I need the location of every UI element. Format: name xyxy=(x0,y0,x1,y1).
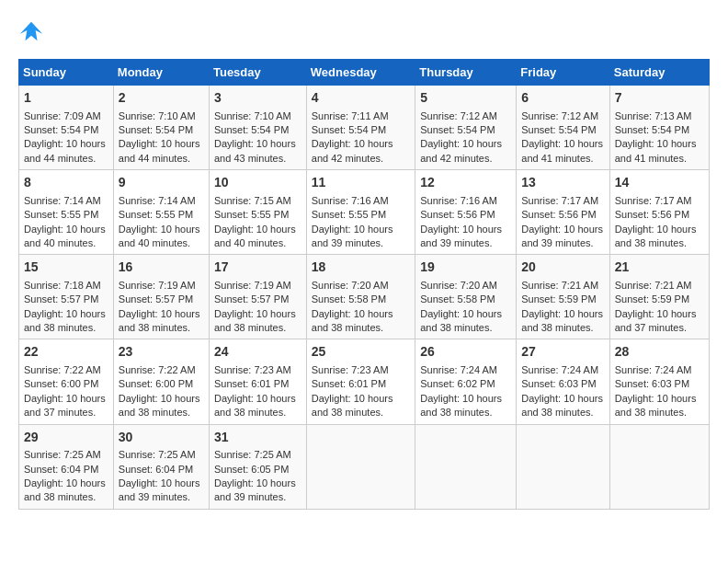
sunrise-label: Sunrise: 7:25 AM xyxy=(119,449,196,460)
sunset-label: Sunset: 5:54 PM xyxy=(615,124,689,135)
calendar-cell: 3 Sunrise: 7:10 AM Sunset: 5:54 PM Dayli… xyxy=(209,86,306,170)
sunrise-label: Sunrise: 7:18 AM xyxy=(24,280,101,291)
day-number: 24 xyxy=(214,343,301,362)
daylight-label: Daylight: 10 hours and 43 minutes. xyxy=(214,138,296,163)
col-header-wednesday: Wednesday xyxy=(306,60,415,86)
daylight-label: Daylight: 10 hours and 37 minutes. xyxy=(615,308,697,333)
day-number: 12 xyxy=(420,174,511,192)
day-number: 21 xyxy=(615,259,704,277)
sunset-label: Sunset: 5:54 PM xyxy=(521,124,596,135)
sunset-label: Sunset: 5:54 PM xyxy=(312,124,386,135)
daylight-label: Daylight: 10 hours and 38 minutes. xyxy=(214,308,296,333)
sunrise-label: Sunrise: 7:21 AM xyxy=(615,280,692,291)
sunrise-label: Sunrise: 7:10 AM xyxy=(119,110,196,121)
daylight-label: Daylight: 10 hours and 38 minutes. xyxy=(24,477,106,502)
day-number: 7 xyxy=(615,89,704,108)
daylight-label: Daylight: 10 hours and 39 minutes. xyxy=(420,224,502,248)
day-number: 23 xyxy=(119,343,204,362)
daylight-label: Daylight: 10 hours and 41 minutes. xyxy=(521,138,603,163)
sunset-label: Sunset: 6:04 PM xyxy=(119,464,193,475)
calendar-cell: 6 Sunrise: 7:12 AM Sunset: 5:54 PM Dayli… xyxy=(517,86,609,170)
daylight-label: Daylight: 10 hours and 44 minutes. xyxy=(24,138,106,163)
daylight-label: Daylight: 10 hours and 39 minutes. xyxy=(521,224,603,248)
sunrise-label: Sunrise: 7:23 AM xyxy=(214,364,291,375)
sunrise-label: Sunrise: 7:14 AM xyxy=(119,195,196,206)
calendar-cell: 15 Sunrise: 7:18 AM Sunset: 5:57 PM Dayl… xyxy=(19,255,114,339)
calendar-week-3: 15 Sunrise: 7:18 AM Sunset: 5:57 PM Dayl… xyxy=(19,255,710,339)
sunrise-label: Sunrise: 7:13 AM xyxy=(615,110,692,121)
day-number: 25 xyxy=(312,343,410,362)
sunrise-label: Sunrise: 7:12 AM xyxy=(420,110,497,121)
calendar-cell xyxy=(609,424,709,509)
calendar-cell: 17 Sunrise: 7:19 AM Sunset: 5:57 PM Dayl… xyxy=(209,255,306,339)
calendar-cell xyxy=(415,424,517,509)
daylight-label: Daylight: 10 hours and 38 minutes. xyxy=(521,308,603,333)
daylight-label: Daylight: 10 hours and 38 minutes. xyxy=(521,393,603,418)
day-number: 3 xyxy=(214,89,301,108)
sunrise-label: Sunrise: 7:10 AM xyxy=(214,110,291,121)
sunset-label: Sunset: 5:58 PM xyxy=(312,293,386,304)
day-number: 11 xyxy=(312,174,410,192)
sunset-label: Sunset: 5:54 PM xyxy=(420,124,495,135)
day-number: 27 xyxy=(521,343,604,362)
col-header-sunday: Sunday xyxy=(19,60,114,86)
day-number: 10 xyxy=(214,174,301,192)
day-number: 8 xyxy=(24,174,108,192)
sunset-label: Sunset: 6:02 PM xyxy=(420,378,495,389)
calendar-cell: 11 Sunrise: 7:16 AM Sunset: 5:55 PM Dayl… xyxy=(306,170,415,255)
sunset-label: Sunset: 5:54 PM xyxy=(24,124,98,135)
day-number: 4 xyxy=(312,89,410,108)
col-header-thursday: Thursday xyxy=(415,60,517,86)
daylight-label: Daylight: 10 hours and 39 minutes. xyxy=(214,477,296,502)
sunrise-label: Sunrise: 7:22 AM xyxy=(119,364,196,375)
sunrise-label: Sunrise: 7:23 AM xyxy=(312,364,389,375)
calendar-cell: 16 Sunrise: 7:19 AM Sunset: 5:57 PM Dayl… xyxy=(113,255,209,339)
calendar-cell xyxy=(306,424,415,509)
sunrise-label: Sunrise: 7:12 AM xyxy=(521,110,598,121)
calendar-cell: 12 Sunrise: 7:16 AM Sunset: 5:56 PM Dayl… xyxy=(415,170,517,255)
day-number: 29 xyxy=(24,429,108,447)
calendar-header-row: SundayMondayTuesdayWednesdayThursdayFrid… xyxy=(19,60,710,86)
calendar-week-2: 8 Sunrise: 7:14 AM Sunset: 5:55 PM Dayli… xyxy=(19,170,710,255)
daylight-label: Daylight: 10 hours and 38 minutes. xyxy=(312,393,393,418)
calendar-cell: 13 Sunrise: 7:17 AM Sunset: 5:56 PM Dayl… xyxy=(517,170,609,255)
day-number: 22 xyxy=(24,343,108,362)
calendar-cell: 24 Sunrise: 7:23 AM Sunset: 6:01 PM Dayl… xyxy=(209,339,306,424)
daylight-label: Daylight: 10 hours and 38 minutes. xyxy=(24,308,106,333)
sunset-label: Sunset: 5:57 PM xyxy=(214,293,289,304)
calendar-cell: 14 Sunrise: 7:17 AM Sunset: 5:56 PM Dayl… xyxy=(609,170,709,255)
sunrise-label: Sunrise: 7:15 AM xyxy=(214,195,291,206)
logo xyxy=(18,18,48,44)
sunset-label: Sunset: 5:55 PM xyxy=(312,209,386,220)
calendar-cell: 2 Sunrise: 7:10 AM Sunset: 5:54 PM Dayli… xyxy=(113,86,209,170)
daylight-label: Daylight: 10 hours and 38 minutes. xyxy=(214,393,296,418)
sunset-label: Sunset: 5:55 PM xyxy=(24,209,98,220)
day-number: 2 xyxy=(119,89,204,108)
daylight-label: Daylight: 10 hours and 38 minutes. xyxy=(119,393,200,418)
daylight-label: Daylight: 10 hours and 39 minutes. xyxy=(119,477,200,502)
daylight-label: Daylight: 10 hours and 44 minutes. xyxy=(119,138,200,163)
sunrise-label: Sunrise: 7:16 AM xyxy=(420,195,497,206)
logo-icon xyxy=(18,18,44,44)
sunset-label: Sunset: 5:57 PM xyxy=(24,293,98,304)
calendar-cell: 28 Sunrise: 7:24 AM Sunset: 6:03 PM Dayl… xyxy=(609,339,709,424)
sunset-label: Sunset: 5:59 PM xyxy=(615,293,689,304)
calendar-cell: 18 Sunrise: 7:20 AM Sunset: 5:58 PM Dayl… xyxy=(306,255,415,339)
col-header-saturday: Saturday xyxy=(609,60,709,86)
sunrise-label: Sunrise: 7:24 AM xyxy=(615,364,692,375)
day-number: 17 xyxy=(214,259,301,277)
page-header xyxy=(18,18,710,44)
sunset-label: Sunset: 6:00 PM xyxy=(119,378,193,389)
sunrise-label: Sunrise: 7:19 AM xyxy=(119,280,196,291)
day-number: 14 xyxy=(615,174,704,192)
sunrise-label: Sunrise: 7:20 AM xyxy=(312,280,389,291)
calendar-cell: 20 Sunrise: 7:21 AM Sunset: 5:59 PM Dayl… xyxy=(517,255,609,339)
calendar-table: SundayMondayTuesdayWednesdayThursdayFrid… xyxy=(18,59,710,510)
daylight-label: Daylight: 10 hours and 37 minutes. xyxy=(24,393,106,418)
calendar-cell: 25 Sunrise: 7:23 AM Sunset: 6:01 PM Dayl… xyxy=(306,339,415,424)
calendar-cell: 31 Sunrise: 7:25 AM Sunset: 6:05 PM Dayl… xyxy=(209,424,306,509)
sunrise-label: Sunrise: 7:16 AM xyxy=(312,195,389,206)
sunrise-label: Sunrise: 7:22 AM xyxy=(24,364,101,375)
day-number: 1 xyxy=(24,89,108,108)
calendar-week-1: 1 Sunrise: 7:09 AM Sunset: 5:54 PM Dayli… xyxy=(19,86,710,170)
